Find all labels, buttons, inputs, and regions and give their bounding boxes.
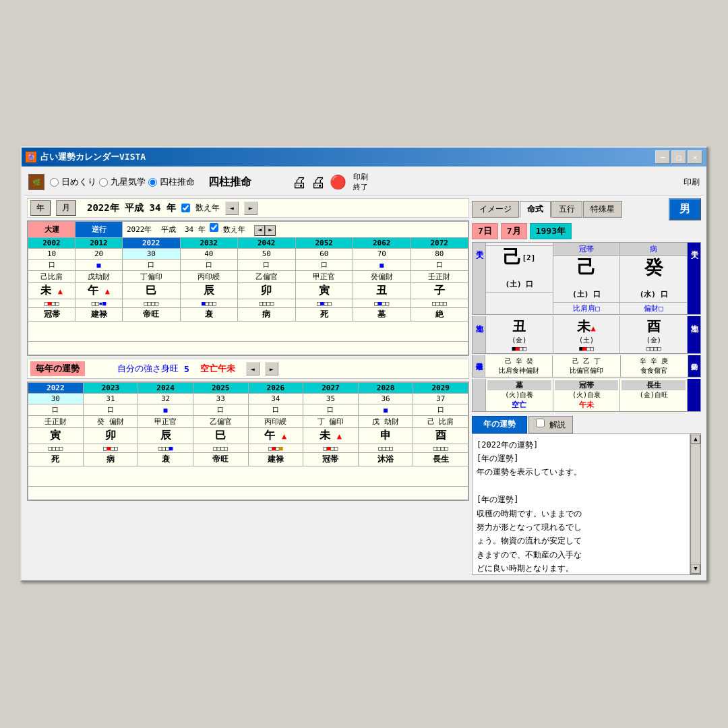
mannen-year-7[interactable]: 2029 [413,383,468,394]
kazoe-checkbox2[interactable] [210,223,218,232]
radio-himekuri[interactable] [50,178,59,187]
stem-cell-1: 戊劫財 [75,271,123,283]
fate-cell-7: 絶 [411,308,468,322]
mode-title: 四柱推命 [208,175,251,189]
branch3-sub: (金) [646,336,661,345]
mannen-empty1 [28,466,468,487]
col1-main: 己[2](土) 口 [486,246,553,291]
year-cell-4[interactable]: 2042 [238,238,296,249]
tab-tokusei[interactable]: 特殊星 [583,201,622,218]
dots1-5: □■□□ [295,299,353,308]
mannen-dots-6: □□□□ [358,444,413,453]
mannen-stems-row: 壬正財 癸 偏財 甲正官 乙偏官 丙印綬 丁 偏印 戊 劫財 己 比肩 [28,416,468,428]
year-cell-7[interactable]: 2072 [411,238,468,249]
branch2-dots: ■■□□ [579,345,594,352]
tab-meishiki[interactable]: 命式 [520,201,551,218]
radio-kyusei-label: 九星気学 [111,176,146,188]
mannen-mark-1: 口 [83,404,138,416]
twelve-right-spacer [687,379,700,411]
maximize-button[interactable]: □ [671,150,686,164]
stem-cell-3: 丙印綬 [180,271,238,283]
mark-cell-0: 口 [28,260,75,271]
mark-cell-3: 口 [180,260,238,271]
mannen-fate-7: 長生 [413,453,468,466]
mannen-mark-2: ■ [138,404,193,416]
mannen-age-row: 30 31 32 33 34 35 36 37 [28,394,468,404]
mark-cell-6: ■ [353,260,411,271]
kazoe-checkbox[interactable] [181,204,190,212]
mannen-year-1[interactable]: 2023 [83,383,138,394]
mannen-fate-row: 死 病 衰 帝旺 建禄 冠帯 沐浴 長生 [28,453,468,466]
year-cell-0[interactable]: 2002 [28,238,75,249]
month-label: 月 [56,200,76,216]
mannen-prev[interactable]: ◄ [246,362,260,375]
radio-kyusei[interactable] [99,178,108,187]
close-button[interactable]: ✕ [688,150,702,164]
mannen-dots-2: □□□■ [138,444,193,453]
next-arrow[interactable]: ► [244,202,257,215]
mannen-year-6[interactable]: 2028 [358,383,413,394]
mannen-branch-6: 申 [358,428,413,444]
year-cell-2[interactable]: 2022 [123,238,181,249]
toolbar: 🌿 日めくり 九星気学 四柱推命 四柱推命 🖨 🖨 🔴 印刷 [24,169,704,195]
print-icon1[interactable]: 🖨 [292,174,307,191]
tab-image[interactable]: イメージ [472,201,519,218]
mannen-fate-1: 病 [83,453,138,466]
next-year-btn[interactable]: ► [265,225,276,236]
branch-cell-0: 未 ▲ [28,283,75,299]
year-cell-5[interactable]: 2052 [295,238,353,249]
commentary-checkbox[interactable] [536,419,545,427]
end-icon[interactable]: 🔴 [330,174,346,190]
mannen-branch-4: 午 ▲ [248,428,303,444]
fate-cell-3: 衰 [180,308,238,322]
scroll-down[interactable]: ▼ [691,564,700,574]
daiunn-section: 大運 逆行 2022年 平成 34 年 数え年 ◄► 2002 2012 202… [27,220,469,356]
table-row-ages: 10 20 30 40 50 60 70 80 [28,249,468,260]
tab-gogyo[interactable]: 五行 [551,201,582,218]
empty-row2 [28,342,468,355]
dots1-3: ■□□□ [180,299,238,308]
mannen-stem-6: 戊 劫財 [358,416,413,428]
branch1-char: 丑 [512,317,526,336]
scroll-up[interactable]: ▲ [691,435,700,444]
scrollbar[interactable]: ▲ ▼ [690,433,701,575]
zokan-col3: 辛 辛 庚食食傷官 [621,355,688,377]
year-cell-1[interactable]: 2012 [75,238,123,249]
mannen-age-4: 34 [248,394,303,404]
prev-year-btn[interactable]: ◄ [254,225,265,236]
twelve-label1: 墓 [487,380,551,390]
fate-cell-1: 建禄 [75,308,123,322]
app-icon: 🔮 [26,152,36,162]
mannen-year-5[interactable]: 2027 [303,383,359,394]
strength-val: 5 [184,364,189,374]
male-button[interactable]: 男 [669,198,701,220]
stem-cell-6: 癸偏財 [353,271,411,283]
commentary-tab1[interactable]: 年の運勢 [472,416,527,433]
minimize-button[interactable]: — [655,150,670,164]
mannen-stem-0: 壬正財 [28,416,84,428]
mannen-year-2[interactable]: 2024 [138,383,193,394]
print-icon2[interactable]: 🖨 [311,174,326,191]
empty-row1 [28,322,468,342]
mannen-dots-7: □□□□ [413,444,468,453]
year-cell-6[interactable]: 2062 [353,238,411,249]
mannen-year-0[interactable]: 2022 [28,383,84,394]
mannen-next[interactable]: ► [265,362,278,375]
year-cell-3[interactable]: 2032 [180,238,238,249]
chishi-right-label: 地支 [687,316,700,353]
age-cell-2: 30 [123,249,181,260]
mannen-age-6: 36 [358,394,413,404]
dots1-1: □□▪■ [75,299,123,308]
mannen-stem-1: 癸 偏財 [83,416,138,428]
year-nav-title: 2022年 平成 34 年 [87,202,176,214]
prev-arrow[interactable]: ◄ [225,202,239,215]
mannen-year-3[interactable]: 2025 [193,383,248,394]
mannen-dots-4: □■□■ [248,444,303,453]
mannen-fate-5: 冠帯 [303,453,359,466]
mannen-year-4[interactable]: 2026 [248,383,303,394]
radio-shichu[interactable] [148,178,157,187]
zokan-area: 蔵干十二運 己 辛 癸比肩食神偏財 己 乙 丁比偏官偏印 辛 辛 庚食食傷官 納… [472,355,701,377]
mark-cell-7: 口 [411,260,468,271]
commentary-tab2[interactable]: 解説 [528,416,573,433]
mannen-dots-0: □□□□ [28,444,84,453]
